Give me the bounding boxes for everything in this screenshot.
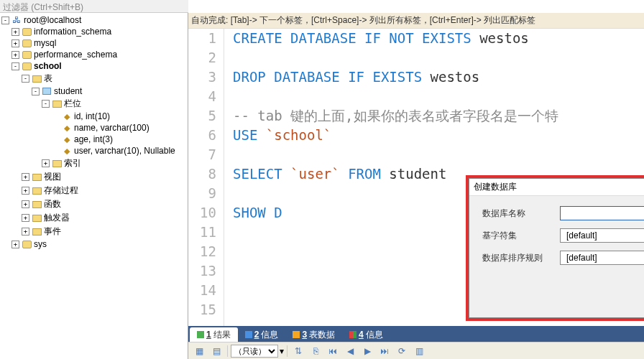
expand-icon[interactable]: +: [22, 173, 29, 181]
last-icon[interactable]: ⏭: [377, 344, 392, 358]
code-line[interactable]: [233, 48, 644, 67]
expand-icon[interactable]: -: [12, 62, 19, 70]
tree-label: 事件: [44, 225, 61, 238]
expand-icon[interactable]: +: [12, 28, 19, 36]
tree-label: performance_schema: [34, 50, 117, 60]
tree-label: 索引: [64, 157, 81, 169]
expand-icon[interactable]: +: [12, 51, 19, 59]
copy-icon[interactable]: ⎘: [308, 344, 323, 358]
tree-node[interactable]: -🖧root@localhost: [0, 14, 188, 26]
folder-icon: [31, 74, 42, 84]
folder-icon: [31, 227, 42, 237]
add-row-icon[interactable]: ▦: [191, 344, 207, 358]
tree-label: 存储过程: [44, 185, 78, 197]
tree-node[interactable]: +mysql: [0, 37, 188, 49]
code-line[interactable]: DROP DATABASE IF EXISTS westos: [233, 67, 644, 87]
folder-icon: [31, 200, 42, 210]
tree-label: user, varchar(10), Nullable: [74, 146, 175, 156]
expand-icon[interactable]: -: [32, 88, 40, 95]
column-icon: ◆: [61, 111, 73, 121]
tree-label: student: [54, 86, 82, 96]
expand-icon[interactable]: -: [42, 100, 50, 108]
folder-icon: [51, 159, 63, 169]
folder-icon: [31, 186, 42, 196]
database-icon: [21, 50, 32, 60]
expand-icon[interactable]: +: [22, 228, 29, 236]
expand-icon[interactable]: +: [12, 241, 19, 248]
tree-node[interactable]: +存储过程: [0, 184, 188, 197]
tree-label: name, varchar(100): [74, 123, 150, 133]
expand-icon[interactable]: +: [12, 39, 19, 47]
tab-信息[interactable]: 2 信息: [238, 327, 286, 342]
tree-node[interactable]: +触发器: [0, 211, 188, 225]
export-icon[interactable]: ▥: [411, 344, 427, 358]
expand-icon[interactable]: +: [22, 187, 29, 195]
tree-node[interactable]: -school: [0, 60, 188, 72]
tree-node[interactable]: -student: [0, 85, 188, 97]
table-icon: [41, 86, 52, 96]
collation-select[interactable]: [default]: [560, 251, 644, 265]
readonly-select[interactable]: （只读）: [231, 345, 278, 358]
tree-label: mysql: [34, 38, 56, 48]
charset-select[interactable]: [default]: [560, 228, 644, 243]
tree-label: 栏位: [64, 98, 81, 110]
expand-icon[interactable]: +: [22, 214, 29, 222]
folder-icon: [51, 99, 63, 109]
first-icon[interactable]: ⏮: [325, 344, 341, 358]
collation-label: 数据库排序规则: [482, 252, 547, 264]
tree-node[interactable]: ◆user, varchar(10), Nullable: [0, 145, 188, 157]
tree-node[interactable]: -表: [0, 72, 188, 85]
code-line[interactable]: -- tab 键的上面,如果你的表名或者字段名是一个特: [233, 106, 644, 126]
tree-label: information_schema: [34, 27, 111, 37]
tab-信息[interactable]: 4 信息: [342, 327, 390, 342]
code-line[interactable]: [233, 87, 644, 106]
result-tabs: 1 结果2 信息3 表数据4 信息: [188, 326, 644, 342]
tree-node[interactable]: -栏位: [0, 97, 188, 111]
line-gutter: 123456789101112131415: [188, 29, 224, 326]
tree-label: 表: [44, 73, 52, 85]
tree-label: id, int(10): [74, 111, 110, 121]
column-icon: ◆: [61, 146, 73, 156]
grid-icon[interactable]: ▤: [208, 344, 224, 358]
expand-icon[interactable]: +: [42, 159, 50, 167]
tree-label: age, int(3): [74, 134, 113, 144]
prev-icon[interactable]: ◀: [342, 344, 358, 358]
expand-icon[interactable]: -: [1, 17, 9, 24]
sort-icon[interactable]: ⇅: [290, 344, 306, 358]
tab-表数据[interactable]: 3 表数据: [285, 327, 342, 342]
tree-node[interactable]: +索引: [0, 157, 188, 170]
tree-node[interactable]: +函数: [0, 197, 188, 211]
tab-icon: [293, 331, 300, 338]
db-name-label: 数据库名称: [482, 208, 547, 220]
code-line[interactable]: USE `school`: [233, 126, 644, 145]
folder-icon: [31, 213, 42, 223]
refresh-icon[interactable]: ⟳: [394, 344, 410, 358]
tree-node[interactable]: +information_schema: [0, 26, 188, 37]
tree-node[interactable]: ◆id, int(10): [0, 111, 188, 122]
tree-label: school: [34, 61, 62, 71]
tab-icon: [197, 331, 204, 338]
next-icon[interactable]: ▶: [359, 344, 375, 358]
bottom-toolbar: ▦ ▤ （只读） ▾ ⇅ ⎘ ⏮ ◀ ▶ ⏭ ⟳ ▥: [188, 342, 644, 359]
tab-icon: [245, 331, 252, 338]
tree-node[interactable]: +sys: [0, 238, 188, 250]
expand-icon[interactable]: -: [22, 75, 29, 83]
code-line[interactable]: [233, 145, 644, 164]
tree-node[interactable]: ◆name, varchar(100): [0, 122, 188, 134]
tree-node[interactable]: +事件: [0, 225, 188, 238]
filter-placeholder[interactable]: 过滤器 (Ctrl+Shift+B): [3, 2, 83, 12]
filter-input-wrap: 过滤器 (Ctrl+Shift+B): [0, 0, 188, 13]
expand-icon[interactable]: +: [22, 200, 29, 208]
tree-node[interactable]: ◆age, int(3): [0, 134, 188, 145]
charset-label: 基字符集: [482, 230, 547, 242]
db-tree-sidebar: -🖧root@localhost+information_schema+mysq…: [0, 13, 188, 359]
server-icon: 🖧: [11, 15, 22, 25]
code-line[interactable]: CREATE DATABASE IF NOT EXISTS westos: [233, 29, 644, 48]
tree-node[interactable]: +performance_schema: [0, 49, 188, 60]
dialog-title: 创建数据库: [474, 181, 644, 193]
folder-icon: [31, 172, 42, 182]
tree-label: 函数: [44, 198, 61, 210]
db-name-input[interactable]: [560, 206, 644, 220]
tree-node[interactable]: +视图: [0, 170, 188, 184]
tab-结果[interactable]: 1 结果: [190, 327, 238, 342]
